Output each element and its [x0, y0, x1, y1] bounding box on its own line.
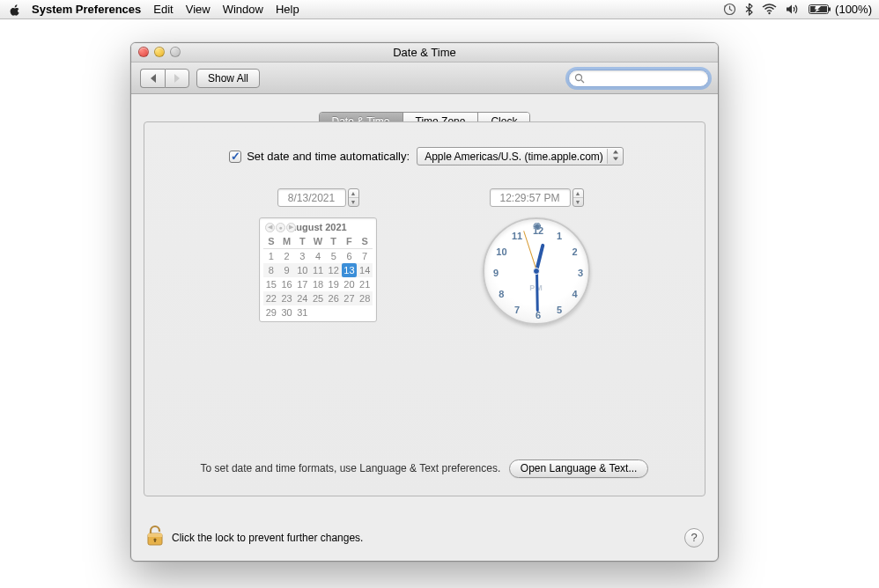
menu-help[interactable]: Help: [276, 3, 299, 16]
clock-pin: [533, 268, 540, 275]
calendar-day: [310, 305, 326, 320]
search-input[interactable]: [588, 71, 719, 85]
close-button[interactable]: [138, 47, 149, 57]
calendar-day[interactable]: 18: [310, 277, 326, 291]
minimize-button[interactable]: [154, 47, 165, 57]
calendar-weekday: T: [294, 234, 310, 248]
time-field[interactable]: 12:29:57 PM: [490, 188, 571, 207]
calendar-day[interactable]: 26: [326, 291, 342, 305]
search-icon: [574, 73, 585, 84]
date-field[interactable]: 8/13/2021: [277, 188, 346, 207]
svg-rect-10: [154, 540, 156, 542]
calendar-day[interactable]: 5: [326, 249, 342, 263]
calendar-day[interactable]: 7: [357, 249, 373, 263]
calendar-day[interactable]: 16: [279, 277, 295, 291]
calendar-day[interactable]: 25: [310, 291, 326, 305]
calendar-day[interactable]: 12: [326, 263, 342, 277]
format-hint: To set date and time formats, use Langua…: [201, 462, 501, 474]
wifi-icon[interactable]: [762, 4, 777, 15]
volume-icon[interactable]: [786, 4, 800, 15]
calendar-day[interactable]: 9: [279, 263, 295, 277]
calendar-weekday: W: [310, 234, 326, 248]
window-title: Date & Time: [393, 46, 456, 59]
calendar-day[interactable]: 4: [310, 249, 326, 263]
clock-numeral: 9: [489, 268, 503, 278]
calendar-day[interactable]: 8: [263, 263, 279, 277]
forward-button: [165, 69, 189, 88]
calendar-day[interactable]: 19: [326, 277, 342, 291]
app-name[interactable]: System Preferences: [32, 3, 141, 16]
calendar-day[interactable]: 14: [357, 263, 373, 277]
bluetooth-icon[interactable]: [745, 3, 753, 16]
lock-icon[interactable]: [145, 525, 165, 550]
help-button[interactable]: ?: [684, 528, 704, 548]
open-language-text-button[interactable]: Open Language & Text...: [509, 459, 649, 478]
clock-numeral: 1: [552, 231, 566, 241]
time-machine-icon[interactable]: [723, 3, 736, 16]
calendar-day: [357, 305, 373, 320]
time-server-select[interactable]: Apple Americas/U.S. (time.apple.com): [417, 147, 624, 165]
calendar-day[interactable]: 20: [342, 277, 358, 291]
calendar-day[interactable]: 15: [263, 277, 279, 291]
calendar-day[interactable]: 6: [342, 249, 358, 263]
calendar-weekday: S: [357, 234, 373, 248]
calendar-title: August 2021: [289, 222, 346, 232]
calendar-weekday: F: [342, 234, 358, 248]
svg-rect-8: [148, 533, 162, 537]
menu-edit[interactable]: Edit: [153, 3, 173, 16]
titlebar[interactable]: Date & Time: [131, 43, 718, 62]
clock-numeral: 7: [510, 305, 524, 315]
calendar-day[interactable]: 30: [279, 305, 295, 320]
content-panel: Set date and time automatically: Apple A…: [144, 121, 705, 496]
date-stepper[interactable]: ▲▼: [348, 188, 359, 207]
auto-set-label: Set date and time automatically:: [247, 150, 410, 163]
svg-point-5: [576, 74, 582, 80]
calendar-day[interactable]: 24: [294, 291, 310, 305]
menu-view[interactable]: View: [186, 3, 211, 16]
clock-numeral: 6: [531, 310, 545, 320]
calendar-day[interactable]: 21: [357, 277, 373, 291]
clock-numeral: 3: [573, 268, 587, 278]
cal-next-button[interactable]: ▶: [286, 223, 296, 232]
clock-numeral: 11: [510, 231, 524, 241]
minute-hand: [536, 271, 539, 312]
svg-line-6: [581, 80, 584, 83]
calendar-day[interactable]: 22: [263, 291, 279, 305]
lock-hint: Click the lock to prevent further change…: [172, 532, 363, 544]
calendar-day[interactable]: 23: [279, 291, 295, 305]
calendar-day[interactable]: 28: [357, 291, 373, 305]
battery-percentage: (100%): [835, 3, 872, 16]
cal-prev-button[interactable]: ◀: [265, 223, 275, 232]
calendar-day[interactable]: 17: [294, 277, 310, 291]
nav-back-forward: [140, 69, 189, 88]
clock-numeral: 4: [568, 289, 582, 299]
calendar-day[interactable]: 3: [294, 249, 310, 263]
calendar-day[interactable]: 13: [342, 263, 358, 277]
calendar-day[interactable]: 10: [294, 263, 310, 277]
clock-numeral: 5: [552, 305, 566, 315]
back-button[interactable]: [140, 69, 165, 88]
search-field-wrap[interactable]: [568, 70, 709, 87]
calendar-day[interactable]: 29: [263, 305, 279, 320]
toolbar: Show All: [131, 62, 718, 94]
calendar[interactable]: ◀ ● ▶ August 2021 SMTWTFS123456789101112…: [259, 217, 377, 322]
calendar-day[interactable]: 2: [279, 249, 295, 263]
clock-numeral: 2: [568, 246, 582, 257]
clock-tick: [536, 223, 537, 224]
svg-point-1: [768, 12, 770, 14]
menu-window[interactable]: Window: [223, 3, 263, 16]
calendar-day: [342, 305, 358, 320]
calendar-day[interactable]: 31: [294, 305, 310, 320]
auto-set-checkbox[interactable]: [229, 151, 241, 163]
time-stepper[interactable]: ▲▼: [572, 188, 584, 207]
calendar-day[interactable]: 11: [310, 263, 326, 277]
calendar-day[interactable]: 27: [342, 291, 358, 305]
cal-today-button[interactable]: ●: [276, 223, 285, 232]
calendar-day[interactable]: 1: [263, 249, 279, 263]
analog-clock: PM 123456789101112: [483, 217, 590, 325]
zoom-button: [170, 47, 181, 57]
apple-menu-icon[interactable]: [9, 4, 21, 16]
date-field-wrap: 8/13/2021 ▲▼: [277, 188, 359, 207]
show-all-button[interactable]: Show All: [196, 69, 260, 88]
battery-icon[interactable]: (100%): [809, 3, 872, 16]
